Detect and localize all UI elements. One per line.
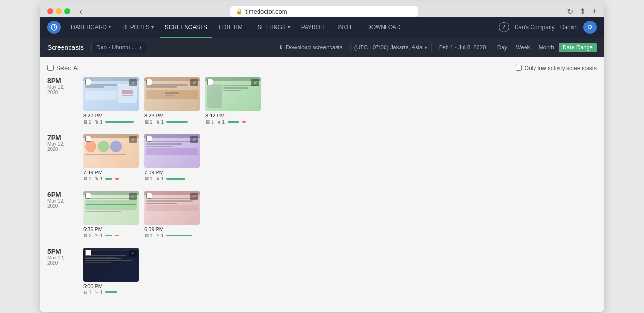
screenshot-checkbox[interactable] (85, 193, 91, 199)
expand-icon[interactable]: ⤢ (251, 79, 259, 86)
mouse-icon: 🖱 (94, 290, 99, 295)
download-label: Download screencasts (286, 44, 343, 51)
chevron-down-icon: ▾ (424, 44, 427, 51)
low-activity-checkbox[interactable] (516, 65, 522, 71)
nav-edit-time[interactable]: EDIT TIME (214, 17, 251, 38)
expand-icon[interactable]: ⤢ (190, 193, 198, 200)
maximize-button[interactable] (64, 8, 70, 14)
expand-icon[interactable]: ⤢ (129, 250, 137, 257)
date-range-button[interactable]: Date Range (559, 43, 597, 52)
language-selector[interactable]: Danish (560, 24, 578, 31)
activity-bar-red (115, 178, 119, 180)
expand-icon[interactable]: ⤢ (190, 136, 198, 143)
expand-icon[interactable]: ⤢ (129, 136, 137, 143)
lock-icon: 🔒 (236, 8, 243, 15)
screenshot-card[interactable]: ⤢ 7:49 PM 🖥 2 🖱 1 (83, 134, 139, 181)
screenshot-meta: 🖥 1 🖱 1 (144, 233, 200, 238)
monitor-icon: 🖥 (144, 176, 149, 181)
nav-download[interactable]: DOWNLOAD (362, 17, 405, 38)
mouse-icon: 🖱 (94, 176, 99, 181)
month-range-button[interactable]: Month (535, 43, 558, 52)
activity-bar (105, 178, 112, 180)
traffic-lights (47, 8, 70, 14)
help-button[interactable]: ? (499, 22, 509, 32)
app-logo[interactable] (47, 21, 61, 34)
timezone-selector[interactable]: (UTC +07:00) Jakarta, Asia ▾ (350, 42, 432, 53)
screenshot-card[interactable]: ⤢ 6:09 PM 🖥 1 🖱 1 (144, 191, 200, 238)
nav-reports[interactable]: REPORTS ▾ (118, 17, 158, 38)
screenshot-checkbox[interactable] (85, 79, 91, 85)
nav-payroll[interactable]: PAYROLL (297, 17, 331, 38)
time-group-6pm: 6PM May 12, 2020 (47, 191, 597, 238)
user-selector[interactable]: Dan - Ubuntu ... ▾ (91, 42, 147, 53)
screenshot-meta: 🖥 1 🖱 1 (83, 290, 139, 295)
expand-icon[interactable]: ⤢ (129, 79, 137, 86)
date-range-buttons: Day Week Month Date Range (494, 43, 597, 52)
time-group-7pm: 7PM May 12, 2020 (47, 134, 597, 181)
screenshot-checkbox[interactable] (146, 136, 152, 142)
select-all-label: Select All (56, 65, 79, 71)
mouse-icon: 🖱 (156, 233, 160, 238)
screenshot-card[interactable]: ⤢ 8:12 PM 🖥 1 🖱 1 (205, 77, 261, 125)
back-button[interactable]: ‹ (79, 7, 82, 16)
screenshot-meta: 🖥 2 🖱 1 (83, 233, 139, 238)
screenshot-card[interactable]: ⤢ 6:36 PM 🖥 2 🖱 1 (83, 191, 139, 238)
screenshot-checkbox[interactable] (146, 79, 152, 85)
monitor-icon: 🖥 (205, 119, 210, 125)
chevron-icon: ▾ (109, 24, 111, 30)
select-all-checkbox[interactable] (47, 65, 54, 71)
mouse-icon: 🖱 (156, 119, 160, 125)
user-selector-label: Dan - Ubuntu ... (96, 44, 136, 51)
nav-screencasts[interactable]: SCREENCASTS (160, 17, 212, 38)
screenshot-card[interactable]: ⤢ 8:23 PM 🖥 1 🖱 1 (144, 77, 200, 125)
reload-button[interactable]: ↻ (567, 7, 573, 16)
expand-icon[interactable]: ⤢ (129, 193, 137, 200)
time-label: 8PM May 12, 2020 (47, 77, 76, 125)
low-activity-label: Only low activity screencasts (525, 65, 597, 71)
monitor-icon: 🖥 (83, 176, 88, 181)
screenshot-checkbox[interactable] (146, 193, 152, 199)
nav-invite[interactable]: INVITE (333, 17, 361, 38)
minimize-button[interactable] (56, 8, 62, 14)
week-range-button[interactable]: Week (512, 43, 534, 52)
screenshot-time: 5:00 PM (83, 283, 139, 289)
time-group-5pm: 5PM May 12, 2020 (47, 248, 597, 295)
mouse-icon: 🖱 (94, 119, 99, 125)
chevron-icon: ▾ (151, 24, 154, 30)
expand-icon[interactable]: ⤢ (190, 79, 198, 86)
svg-rect-2 (122, 95, 133, 96)
chevron-icon: ▾ (288, 24, 290, 30)
sub-nav: Screencasts Dan - Ubuntu ... ▾ ⬇ Downloa… (40, 38, 604, 57)
company-name[interactable]: Dan's Company (515, 24, 555, 31)
download-screencasts-button[interactable]: ⬇ Download screencasts (278, 44, 343, 51)
monitor-icon: 🖥 (83, 119, 88, 125)
day-range-button[interactable]: Day (494, 43, 511, 52)
screenshot-time: 6:36 PM (83, 227, 139, 232)
activity-bar-red (115, 235, 119, 236)
timezone-label: (UTC +07:00) Jakarta, Asia (354, 44, 423, 51)
screenshot-checkbox[interactable] (85, 136, 91, 142)
screenshot-checkbox[interactable] (85, 250, 91, 256)
screenshot-card[interactable]: ⤢ 8:27 PM 🖥 2 🖱 1 (83, 77, 139, 125)
address-bar[interactable]: 🔒 timedoctor.com (230, 6, 418, 17)
share-button[interactable]: ⬆ (580, 7, 586, 16)
activity-bar (105, 235, 112, 236)
time-label: 7PM May 12, 2020 (47, 134, 76, 181)
activity-bar (166, 235, 192, 236)
screenshot-checkbox[interactable] (207, 79, 213, 85)
screenshots-grid: ⤢ 6:36 PM 🖥 2 🖱 1 (83, 191, 200, 238)
screenshot-card[interactable]: ⤢ 7:09 PM 🖥 1 🖱 1 (144, 134, 200, 181)
screenshot-meta: 🖥 1 🖱 1 (144, 176, 200, 181)
activity-bar (166, 121, 188, 123)
new-tab-button[interactable]: + (592, 7, 597, 16)
nav-dashboard[interactable]: DASHBOARD ▾ (66, 17, 116, 38)
nav-settings[interactable]: SETTINGS ▾ (253, 17, 295, 38)
close-button[interactable] (47, 8, 53, 14)
screenshot-time: 8:12 PM (205, 113, 261, 118)
screenshots-grid: ⤢ 7:49 PM 🖥 2 🖱 1 (83, 134, 200, 181)
mouse-icon: 🖱 (217, 119, 221, 125)
chevron-down-icon: ▾ (139, 44, 142, 51)
screenshot-card[interactable]: ⤢ 5:00 PM 🖥 1 🖱 1 (83, 248, 139, 295)
page-title: Screencasts (47, 44, 84, 51)
user-avatar[interactable]: D (583, 21, 597, 34)
